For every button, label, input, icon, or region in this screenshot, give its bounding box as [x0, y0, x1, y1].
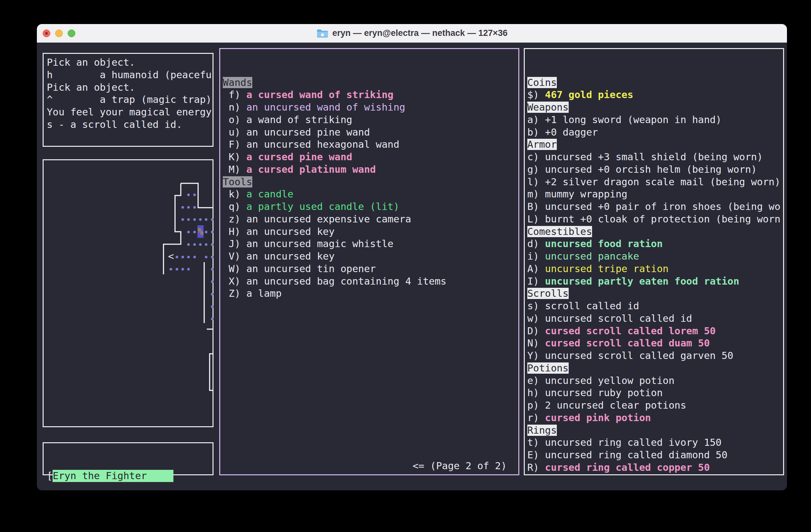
message-line: Pick an object.: [47, 57, 213, 69]
zoom-button[interactable]: [67, 30, 75, 37]
inventory-item[interactable]: q) a partly used candle (lit): [223, 201, 518, 213]
item-description: 2 uncursed clear potions: [545, 400, 686, 411]
item-selector: a): [527, 114, 545, 125]
inventory-item[interactable]: a) +1 long sword (weapon in hand): [527, 114, 783, 126]
inventory-item[interactable]: z) an uncursed expensive camera: [223, 213, 518, 225]
item-selector: D): [527, 325, 545, 337]
inventory-item[interactable]: $) 467 gold pieces: [527, 89, 783, 101]
floor-dot: [187, 256, 190, 258]
inventory-item[interactable]: o) a wand of striking: [223, 114, 518, 126]
inventory-item[interactable]: J) an uncursed magic whistle: [223, 238, 518, 250]
close-button[interactable]: [43, 30, 50, 37]
item-description: a cursed pine wand: [246, 151, 352, 162]
inventory-item[interactable]: I) uncursed partly eaten food ration: [527, 275, 783, 288]
inventory-item[interactable]: V) an uncursed key: [223, 250, 518, 263]
item-description: an uncursed pine wand: [246, 127, 370, 138]
inventory-item[interactable]: g) uncursed +0 orcish helm (being worn): [527, 163, 783, 176]
floor-dot: [211, 268, 214, 270]
item-selector: u): [229, 127, 246, 138]
inventory-item[interactable]: M) a cursed platinum wand: [223, 163, 518, 176]
floor-dot: [176, 256, 178, 258]
inventory-item[interactable]: u) an uncursed pine wand: [223, 126, 518, 139]
item-description: an uncursed hexagonal wand: [246, 139, 399, 150]
inventory-item[interactable]: c) uncursed +3 small shield (being worn): [527, 151, 783, 163]
inventory-item[interactable]: B) uncursed +0 pair of iron shoes (being…: [527, 201, 783, 213]
category-header: Comestibles: [527, 226, 592, 237]
floor-dot: [193, 256, 196, 258]
inventory-item[interactable]: W) an uncursed tin opener: [223, 263, 518, 275]
floor-dot: [199, 243, 202, 246]
titlebar[interactable]: eryn — eryn@electra — nethack — 127×36: [37, 24, 787, 43]
inventory-item[interactable]: m) mummy wrapping: [527, 188, 783, 201]
floor-dot: [211, 306, 214, 308]
item-selector: K): [229, 151, 246, 162]
inventory-item[interactable]: D) cursed scroll called lorem 50: [527, 325, 783, 338]
item-selector: B): [527, 201, 545, 212]
inventory-item[interactable]: n) an uncursed wand of wishing: [223, 101, 518, 114]
item-selector: i): [527, 251, 545, 262]
inventory-item[interactable]: t) uncursed ring called ivory 150: [527, 437, 783, 449]
map-walls: [44, 160, 213, 426]
inventory-item[interactable]: E) uncursed ring called diamond 50: [527, 449, 783, 461]
inventory-item[interactable]: d) uncursed food ration: [527, 238, 783, 250]
window-title: eryn — eryn@electra — nethack — 127×36: [316, 28, 507, 38]
inventory-item[interactable]: N) cursed scroll called duam 50: [527, 337, 783, 350]
inventory-item[interactable]: R) cursed ring called copper 50: [527, 461, 783, 474]
item-description: mummy wrapping: [545, 188, 627, 200]
inventory-item[interactable]: r) cursed pink potion: [527, 412, 783, 424]
inventory-item[interactable]: X) an uncursed bag containing 4 items: [223, 275, 518, 288]
message-line: Pick an object.: [47, 81, 213, 94]
item-selector: W): [229, 263, 246, 274]
inventory-item[interactable]: Y) uncursed scroll called garven 50: [527, 350, 783, 362]
message-line: You feel your magical energy: [47, 106, 213, 119]
minimize-button[interactable]: [55, 30, 63, 37]
inventory-item[interactable]: H) an uncursed key: [223, 225, 518, 238]
item-description: an uncursed key: [246, 251, 334, 262]
floor-dot: [193, 193, 196, 196]
item-description: burnt +0 cloak of protection (being worn: [545, 214, 781, 225]
inventory-item[interactable]: Z) a lamp: [223, 287, 518, 300]
item-selector: t): [527, 437, 545, 448]
item-selector: F): [229, 139, 246, 150]
item-selector: r): [527, 412, 545, 423]
inventory-item[interactable]: e) uncursed yellow potion: [527, 375, 783, 387]
traffic-lights: [43, 30, 75, 37]
inventory-item[interactable]: k) a candle: [223, 188, 518, 201]
item-selector: w): [527, 313, 545, 324]
item-description: an uncursed key: [246, 226, 334, 237]
inventory-item[interactable]: h) uncursed ruby potion: [527, 387, 783, 399]
item-description: a cursed wand of striking: [246, 89, 393, 100]
item-description: an uncursed bag containing 4 items: [246, 276, 446, 287]
inventory-item[interactable]: p) 2 uncursed clear potions: [527, 399, 783, 412]
category-header: Wands: [223, 77, 252, 88]
inventory-item[interactable]: f) a cursed wand of striking: [223, 89, 518, 101]
inventory-item[interactable]: L) burnt +0 cloak of protection (being w…: [527, 213, 783, 225]
category-header: Armor: [527, 139, 557, 150]
inventory-item[interactable]: A) uncursed tripe ration: [527, 263, 783, 275]
floor-dot: [211, 293, 214, 296]
cursor-food-glyph: %: [197, 225, 203, 238]
item-selector: R): [527, 462, 545, 473]
inventory-item[interactable]: F) an uncursed hexagonal wand: [223, 138, 518, 151]
status-bracket: [: [47, 470, 52, 481]
item-selector: p): [527, 400, 545, 411]
item-selector: A): [527, 263, 545, 274]
inventory-item[interactable]: i) uncursed pancake: [527, 250, 783, 263]
inventory-item[interactable]: K) a cursed pine wand: [223, 151, 518, 163]
item-selector: n): [229, 101, 246, 113]
status-name-row: [Eryn the Fighter: [47, 470, 213, 482]
inventory-item[interactable]: l) +2 silver dragon scale mail (being wo…: [527, 176, 783, 188]
inventory-item[interactable]: w) uncursed scroll called id: [527, 312, 783, 325]
item-selector: m): [527, 188, 545, 200]
inventory-item[interactable]: s) scroll called id: [527, 300, 783, 312]
wall-segment: [210, 354, 213, 390]
item-description: +1 long sword (weapon in hand): [545, 114, 722, 125]
floor-dot: [193, 206, 196, 209]
page-indicator: <= (Page 2 of 2): [413, 460, 507, 472]
player-name-highlight: Eryn the Fighter: [52, 470, 173, 482]
item-selector: I): [527, 276, 545, 287]
item-selector: q): [229, 201, 246, 212]
floor-dot: [211, 317, 214, 320]
item-selector: h): [527, 387, 545, 398]
inventory-item[interactable]: b) +0 dagger: [527, 126, 783, 139]
